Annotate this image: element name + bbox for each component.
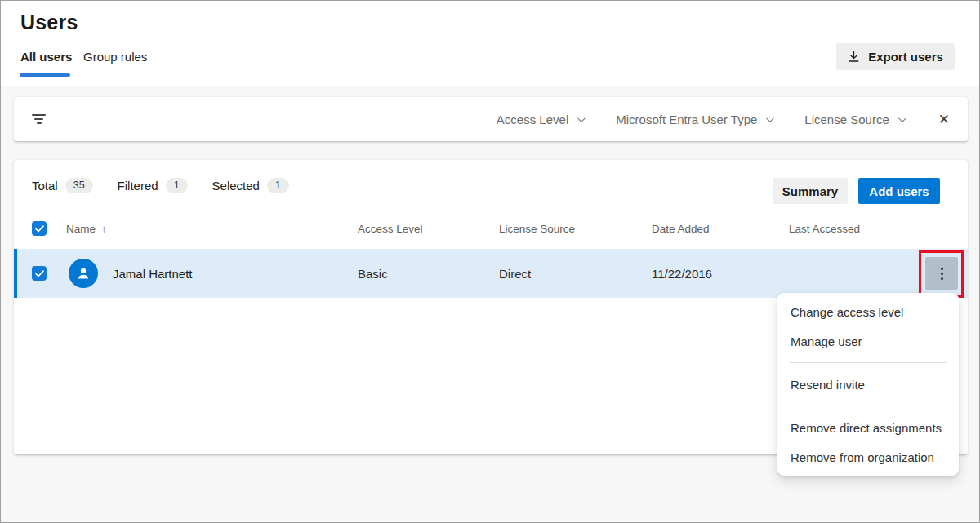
user-avatar-icon [69, 259, 98, 288]
summary-button[interactable]: Summary [773, 178, 848, 204]
menu-item-resend-invite[interactable]: Resend invite [777, 370, 959, 399]
users-admin-page: Users All users Group rules Export users… [0, 0, 980, 523]
menu-divider [790, 362, 947, 363]
page-title: Users [20, 11, 78, 34]
menu-divider [790, 406, 947, 406]
stats-row: Total 35 Filtered 1 Selected 1 [32, 178, 289, 193]
column-header-date-added[interactable]: Date Added [652, 223, 789, 235]
row-license-source: Direct [499, 267, 652, 281]
chevron-down-icon [766, 114, 774, 122]
close-filter-bar-icon[interactable]: ✕ [938, 113, 950, 126]
header-checkbox-cell [14, 221, 66, 236]
filter-bar: Access Level Microsoft Entra User Type L… [14, 97, 968, 141]
column-header-last-accessed[interactable]: Last Accessed [789, 223, 968, 235]
table-row-jamal-hartnett[interactable]: Jamal Hartnett Basic Direct 11/22/2016 [14, 249, 968, 298]
column-header-access-level[interactable]: Access Level [358, 223, 499, 235]
filter-dropdown-entra-user-type-label: Microsoft Entra User Type [616, 113, 757, 126]
filter-dropdown-access-level[interactable]: Access Level [497, 113, 583, 126]
sort-ascending-icon: ↑ [101, 223, 107, 235]
stat-filtered-badge: 1 [166, 178, 188, 193]
tab-all-users[interactable]: All users [20, 50, 72, 64]
row-more-cell [789, 257, 968, 290]
row-checkbox-cell [14, 266, 66, 281]
filter-icon[interactable] [32, 114, 46, 124]
row-access-level: Basic [358, 267, 499, 281]
stat-selected-label: Selected [212, 179, 260, 193]
menu-item-remove-from-organization[interactable]: Remove from organization [777, 442, 959, 472]
row-user-name: Jamal Hartnett [113, 267, 193, 281]
row-checkbox[interactable] [32, 266, 47, 281]
row-name-cell: Jamal Hartnett [66, 259, 358, 288]
chevron-down-icon [577, 114, 586, 122]
add-users-button[interactable]: Add users [858, 178, 940, 204]
filter-dropdown-license-source[interactable]: License Source [804, 113, 903, 126]
filter-dropdown-entra-user-type[interactable]: Microsoft Entra User Type [616, 113, 772, 126]
stat-selected-badge: 1 [267, 178, 289, 193]
stat-filtered: Filtered 1 [118, 178, 188, 193]
column-header-license-source[interactable]: License Source [499, 223, 652, 235]
filter-dropdown-access-level-label: Access Level [497, 113, 568, 126]
row-date-added: 11/22/2016 [652, 267, 789, 281]
table-header-row: Name↑ Access Level License Source Date A… [14, 215, 968, 242]
row-context-menu: Change access level Manage user Resend i… [777, 293, 959, 476]
stat-filtered-label: Filtered [118, 179, 158, 193]
stat-total: Total 35 [32, 178, 93, 193]
export-users-button[interactable]: Export users [836, 43, 955, 70]
chevron-down-icon [898, 114, 906, 122]
active-tab-underline [20, 73, 70, 77]
export-users-label: Export users [868, 50, 943, 64]
stat-total-label: Total [32, 179, 58, 193]
column-header-name[interactable]: Name↑ [66, 223, 358, 235]
menu-item-change-access-level[interactable]: Change access level [777, 297, 959, 326]
download-icon [848, 51, 860, 63]
tab-group-rules[interactable]: Group rules [83, 50, 147, 64]
filter-dropdown-license-source-label: License Source [804, 113, 889, 126]
more-options-button[interactable] [925, 257, 958, 290]
menu-item-manage-user[interactable]: Manage user [777, 326, 959, 356]
stat-selected: Selected 1 [212, 178, 289, 193]
select-all-checkbox[interactable] [32, 221, 47, 236]
menu-item-remove-direct-assignments[interactable]: Remove direct assignments [777, 413, 959, 442]
vertical-ellipsis-icon [941, 268, 943, 280]
stat-total-badge: 35 [65, 178, 93, 193]
